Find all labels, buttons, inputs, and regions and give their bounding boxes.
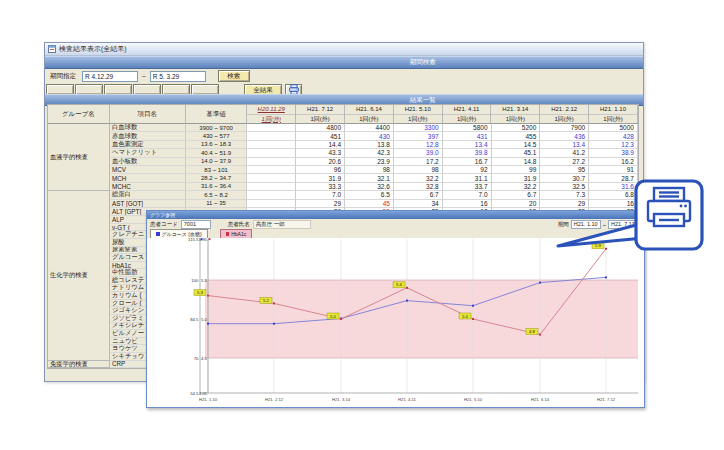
value-cell <box>247 191 296 199</box>
value-cell <box>247 132 296 140</box>
value-cell: 32.2 <box>394 174 443 182</box>
value-cell: 13.8 <box>345 141 394 149</box>
col-header-ref: 基準値 <box>186 105 248 124</box>
date-label: H21. 1.10 <box>589 105 637 115</box>
value-cell: 7.0 <box>296 191 345 199</box>
date-label: H21. 5.10 <box>394 105 442 115</box>
data-point <box>207 295 209 297</box>
period-to-input[interactable]: R 5. 3.29 <box>150 71 206 82</box>
x-axis-label: H21. 4.11 <box>398 397 417 402</box>
value-cell: 5800 <box>443 124 492 132</box>
data-point <box>605 276 607 278</box>
patient-code-value: 7001 <box>181 220 211 229</box>
value-cell <box>247 174 296 182</box>
col-header-date: H21. 2.121回(外) <box>540 105 589 124</box>
value-cell <box>247 124 296 132</box>
value-cell: 455 <box>492 132 541 140</box>
group-column: 血液学的検査生化学的検査免疫学的検査 <box>48 124 110 368</box>
value-cell: 29 <box>296 200 345 208</box>
date-label: H21. 4.11 <box>443 105 491 115</box>
search-row: 期間指定 R 4.12.29 ~ R 5. 3.29 検索 <box>45 69 643 83</box>
point-label: 5.0 <box>330 314 337 319</box>
right-axis-series-dot <box>208 238 210 240</box>
col-header-date: H21. 7.121回(外) <box>296 105 345 124</box>
date-label: H20.11.29 <box>247 105 295 115</box>
visit-label: 1回(外) <box>394 115 442 125</box>
table-header-row: グループ名項目名基準値H20.11.291回(外)H21. 7.121回(外)H… <box>48 105 638 124</box>
item-name-cell: MCH <box>110 174 186 182</box>
left-axis-tick: 100 <box>191 278 199 283</box>
patient-name-value: 高血圧 一郎 <box>253 220 311 229</box>
value-cell: 14.4 <box>296 141 345 149</box>
table-row: ヘマトクリット40.4 ~ 51.943.342.339.039.845.141… <box>110 149 638 157</box>
col-header-date: H21. 1.101回(外) <box>589 105 638 124</box>
value-cell: 5200 <box>492 124 541 132</box>
value-cell: 6.7 <box>394 191 443 199</box>
screen: 検査結果表示(全結果) 期間検索 期間指定 R 4.12.29 ~ R 5. 3… <box>0 0 724 450</box>
col-header-date: H21. 5.101回(外) <box>394 105 443 124</box>
data-point <box>539 334 541 336</box>
value-cell: 23.9 <box>345 158 394 166</box>
item-name-cell: AST [GOT] <box>110 200 186 208</box>
x-axis-label: H21. 3.14 <box>332 397 351 402</box>
visit-label: 1回(外) <box>540 115 588 125</box>
point-label: 5.4 <box>396 282 403 287</box>
value-cell <box>247 141 296 149</box>
value-cell: 42.3 <box>345 149 394 157</box>
ref-range-cell: 3900 ~ 9700 <box>186 124 248 132</box>
value-cell: 16.2 <box>589 158 638 166</box>
left-axis-tick: 70 <box>194 356 199 361</box>
value-cell <box>247 158 296 166</box>
document-icon <box>48 45 56 53</box>
patient-name-label: 患者氏名 <box>228 221 250 228</box>
main-titlebar: 検査結果表示(全結果) <box>45 43 643 56</box>
value-cell: 39.8 <box>443 149 492 157</box>
data-point <box>207 323 209 325</box>
col-header-date: H21. 3.141回(外) <box>491 105 540 124</box>
value-cell: 41.2 <box>540 149 589 157</box>
value-cell: 16 <box>443 200 492 208</box>
ref-range-cell: 6.5 ~ 8.2 <box>186 191 248 199</box>
value-cell: 13.4 <box>540 141 589 149</box>
value-cell: 12.8 <box>394 141 443 149</box>
table-row: 白血球数3900 ~ 97004800440033005800520079005… <box>110 124 638 132</box>
period-label: 期間指定 <box>50 72 76 81</box>
value-cell: 91 <box>589 166 638 174</box>
col-header-group: グループ名 <box>48 105 110 124</box>
right-axis-tick: 4.5 <box>201 356 208 361</box>
right-axis-tick: 5.5 <box>201 278 208 283</box>
group-label: 血液学的検査 <box>48 124 110 191</box>
value-cell: 13.4 <box>443 141 492 149</box>
table-row: MCV83 ~ 10196989892999591 <box>110 166 638 174</box>
x-axis-label: H21. 2.12 <box>265 397 284 402</box>
legend-marker-glucose <box>156 232 160 236</box>
ref-range-cell: 13.6 ~ 18.3 <box>186 141 248 149</box>
right-axis-tick: 5.0 <box>201 317 208 322</box>
value-cell: 33.7 <box>443 183 492 191</box>
value-cell: 7900 <box>540 124 589 132</box>
value-cell: 32.1 <box>345 174 394 182</box>
ref-range-cell: 430 ~ 577 <box>186 132 248 140</box>
visit-label: 1回(外) <box>345 115 393 125</box>
period-from-input[interactable]: R 4.12.29 <box>82 71 138 82</box>
value-cell <box>247 200 296 208</box>
bubble-tail <box>558 224 644 246</box>
patient-code-label: 患者コード <box>150 221 178 228</box>
value-cell: 6.5 <box>345 191 394 199</box>
point-label: 5.2 <box>263 298 270 303</box>
value-cell: 451 <box>296 132 345 140</box>
print-callout-bubble[interactable] <box>548 178 708 270</box>
legend-label-hba1c: HbA1c <box>231 231 246 237</box>
ref-range-cell: 83 ~ 101 <box>186 166 248 174</box>
search-button[interactable]: 検索 <box>218 70 250 82</box>
legend-marker-hba1c <box>226 232 230 236</box>
visit-label: 1回(外) <box>589 115 637 125</box>
visit-label: 1回(外) <box>491 115 539 125</box>
item-name-cell: 血小板数 <box>110 158 186 166</box>
group-label: 生化学的検査 <box>48 191 110 361</box>
left-axis-tick: 115.5 <box>188 238 199 242</box>
value-cell: 431 <box>443 132 492 140</box>
value-cell: 34 <box>394 200 443 208</box>
value-cell: 12.3 <box>589 141 638 149</box>
item-name-cell: 血色素測定 <box>110 141 186 149</box>
